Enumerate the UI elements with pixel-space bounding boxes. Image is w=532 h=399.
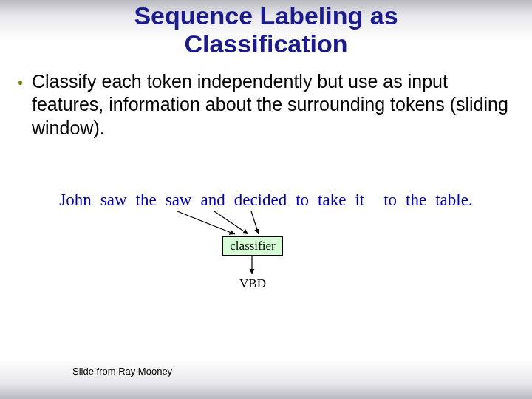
token: the	[136, 191, 157, 210]
token: take	[318, 191, 346, 210]
token: table.	[435, 191, 472, 210]
token: to	[296, 191, 309, 210]
example-sentence: John saw the saw and decided to take it …	[0, 191, 532, 210]
arrow-input-mid	[214, 211, 248, 234]
slide: Sequence Labeling as Classification • Cl…	[0, 0, 532, 399]
token-row: John saw the saw and decided to take it …	[0, 191, 532, 210]
token: John	[59, 191, 91, 210]
slide-title: Sequence Labeling as Classification	[0, 0, 532, 58]
token: and	[200, 191, 225, 210]
classifier-box: classifier	[222, 236, 283, 256]
token: saw	[100, 191, 127, 210]
arrow-input-right	[251, 211, 259, 234]
output-tag: VBD	[0, 276, 532, 291]
token: saw	[166, 191, 192, 210]
token: decided	[234, 191, 287, 210]
token: to	[383, 191, 397, 210]
token: the	[406, 191, 426, 210]
output-tag-text: VBD	[239, 276, 266, 291]
title-line-1: Sequence Labeling as	[134, 1, 398, 30]
bullet-item: • Classify each token independently but …	[18, 70, 514, 140]
title-line-2: Classification	[184, 30, 347, 58]
bullet-marker-icon: •	[18, 70, 23, 95]
slide-attribution: Slide from Ray Mooney	[72, 366, 172, 377]
token: it	[355, 191, 364, 210]
bullet-text: Classify each token independently but us…	[32, 70, 514, 140]
arrow-input-left	[177, 211, 235, 234]
bullet-list: • Classify each token independently but …	[18, 70, 514, 140]
